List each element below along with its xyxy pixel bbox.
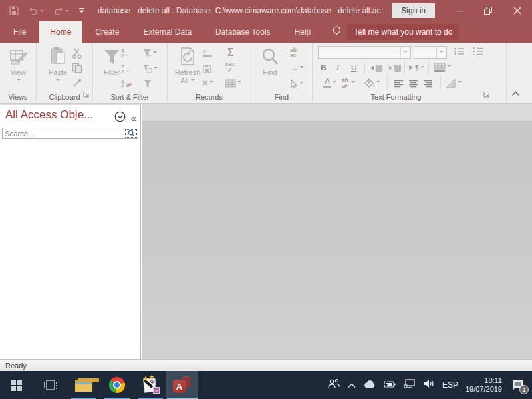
replace-button[interactable]: ab ac (290, 46, 297, 59)
align-right-button[interactable] (423, 77, 433, 90)
shutter-bar-close-button[interactable]: « (131, 114, 136, 123)
font-color-button[interactable]: A (323, 76, 336, 90)
collapse-ribbon-button[interactable] (511, 87, 520, 99)
tab-database-tools[interactable]: Database Tools (205, 21, 281, 43)
align-left-icon (394, 80, 404, 88)
format-painter-button[interactable] (72, 76, 82, 89)
nav-category-menu-button[interactable] (114, 111, 126, 125)
totals-button[interactable]: Σ (227, 46, 234, 59)
wizard-app-button[interactable]: ★★ a (134, 371, 166, 399)
text-formatting-dialog-launcher[interactable] (483, 88, 490, 100)
view-button[interactable]: View (1, 44, 36, 84)
tab-file[interactable]: File (3, 21, 37, 43)
down-arrow-icon: ↓ (126, 66, 130, 72)
close-button[interactable] (503, 0, 532, 21)
clipboard-dialog-launcher[interactable] (83, 88, 90, 100)
decrease-indent-button[interactable] (388, 61, 402, 74)
window-title: database - delete all : Database- C:\www… (93, 6, 392, 15)
search-input[interactable] (5, 128, 111, 138)
undo-icon[interactable] (28, 7, 44, 15)
save-icon[interactable] (9, 6, 19, 15)
cut-button[interactable] (72, 47, 82, 60)
new-record-button[interactable] (202, 47, 213, 60)
access-taskbar-button[interactable]: A (166, 371, 198, 399)
search-button[interactable] (125, 129, 137, 138)
sort-ascending-button[interactable]: AZ ↓ (121, 47, 130, 60)
delete-x-icon: × (202, 78, 208, 88)
spelling-button[interactable]: ABC ✓ (225, 61, 235, 74)
notification-badge: 1 (519, 385, 529, 394)
chevron-down-icon[interactable] (436, 47, 446, 58)
font-color-icon: A (323, 78, 331, 88)
underline-button[interactable]: U (351, 61, 357, 74)
sign-in-button[interactable]: Sign in (392, 3, 435, 18)
task-view-button[interactable] (35, 371, 66, 399)
advanced-filter-button[interactable] (142, 63, 158, 76)
goto-arrow-icon: → (290, 65, 299, 72)
clock[interactable]: 10:11 19/07/2019 (466, 376, 502, 394)
tab-help[interactable]: Help (284, 21, 322, 43)
separator (387, 76, 388, 90)
gridlines-button[interactable] (434, 61, 451, 74)
customize-qat-icon[interactable] (78, 7, 85, 14)
toggle-filter-button[interactable] (142, 77, 153, 90)
delete-record-button[interactable]: × (202, 76, 213, 90)
tab-create[interactable]: Create (84, 21, 130, 43)
text-direction-button[interactable]: ¶ (408, 61, 424, 74)
file-explorer-button[interactable] (68, 371, 100, 399)
chevron-down-icon[interactable] (400, 47, 410, 58)
align-center-button[interactable] (408, 77, 418, 90)
group-label-sort-filter: Sort & Filter (93, 93, 167, 101)
select-button[interactable] (290, 77, 303, 90)
navigation-pane: All Access Obje... « (0, 104, 141, 359)
minimize-button[interactable] (444, 0, 473, 21)
sigma-icon: Σ (227, 47, 234, 59)
font-size-combo[interactable] (414, 46, 447, 59)
copy-icon (72, 63, 82, 73)
font-name-combo[interactable] (318, 46, 411, 59)
tab-home[interactable]: Home (39, 21, 82, 43)
refresh-all-button[interactable]: Refresh All (172, 44, 203, 84)
sort-descending-button[interactable]: ZA ↓ (121, 63, 130, 76)
show-hidden-icons-chevron[interactable] (348, 379, 356, 391)
background-color-button[interactable] (364, 76, 380, 90)
format-painter-icon (72, 77, 82, 88)
refresh-icon (172, 44, 203, 66)
network-icon[interactable] (404, 379, 416, 391)
cursor-icon (290, 79, 298, 88)
increase-indent-button[interactable] (370, 61, 383, 74)
group-text-formatting: B I U ¶ A ab (313, 43, 507, 102)
copy-button[interactable] (72, 61, 82, 74)
italic-button[interactable]: I (336, 61, 339, 74)
chrome-button[interactable] (101, 371, 133, 399)
remove-sort-button[interactable]: AZ (121, 78, 132, 91)
find-button[interactable]: Find (255, 44, 285, 76)
battery-icon[interactable] (384, 379, 396, 391)
paste-button[interactable]: Paste (41, 44, 75, 84)
tell-me-box[interactable]: Tell me what you want to do (347, 24, 459, 40)
highlight-color-button[interactable]: ab (340, 76, 355, 90)
bold-button[interactable]: B (321, 61, 327, 74)
window-controls (444, 0, 532, 21)
go-to-button[interactable]: → (290, 62, 304, 75)
decrease-indent-icon (388, 64, 402, 72)
start-button[interactable] (0, 371, 32, 399)
action-center-button[interactable]: 1 (509, 376, 527, 394)
numbering-button[interactable] (472, 45, 483, 58)
speaker-icon[interactable] (423, 379, 435, 391)
redo-icon[interactable] (53, 7, 69, 15)
more-records-button[interactable] (225, 76, 241, 90)
people-icon[interactable] (327, 378, 340, 392)
restore-button[interactable] (473, 0, 503, 21)
save-record-button[interactable] (202, 62, 212, 75)
undo-dropdown-caret (40, 10, 44, 14)
language-indicator[interactable]: ESP (442, 380, 458, 390)
datasheet-formatting-button[interactable] (446, 76, 462, 90)
replace-icon: ab ac (290, 47, 297, 58)
filter-selection-button[interactable] (142, 47, 157, 60)
onedrive-cloud-icon[interactable] (363, 379, 376, 391)
align-left-button[interactable] (394, 77, 404, 90)
ribbon-tab-row: File Home Create External Data Database … (0, 21, 532, 43)
tab-external-data[interactable]: External Data (132, 21, 202, 43)
bullets-button[interactable] (454, 45, 464, 58)
